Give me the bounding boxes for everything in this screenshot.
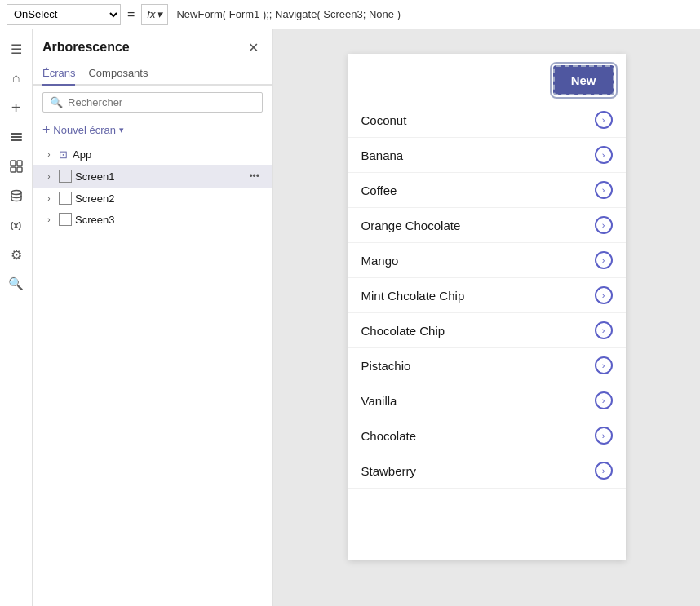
screen-icon [59, 213, 72, 226]
equals-sign: = [126, 7, 136, 22]
list-item-label: Pistachio [361, 359, 411, 373]
new-screen-label: Nouvel écran [53, 124, 116, 136]
list-item-label: Chocolate Chip [361, 324, 445, 338]
svg-rect-5 [11, 167, 16, 172]
svg-rect-2 [11, 139, 22, 141]
navigate-arrow-icon: › [595, 321, 613, 339]
list-item[interactable]: Mint Chcolate Chip› [348, 278, 626, 313]
list-item[interactable]: Coconut› [348, 103, 626, 138]
fx-button[interactable]: fx ▾ [141, 4, 168, 25]
data-icon[interactable] [3, 183, 29, 209]
chevron-right-icon: › [42, 192, 55, 205]
screen-icon [59, 170, 72, 183]
svg-rect-4 [17, 161, 22, 166]
tree-items: › ⊡ App › Screen1 ••• › Screen2 ••• › [33, 144, 272, 606]
tree-item-screen2[interactable]: › Screen2 ••• [33, 188, 272, 209]
new-screen-button[interactable]: + Nouvel écran ▾ [33, 119, 272, 144]
tree-search: 🔍 [33, 86, 272, 119]
navigate-arrow-icon: › [595, 427, 613, 445]
svg-rect-6 [17, 167, 22, 172]
screen-icon [59, 192, 72, 205]
navigate-arrow-icon: › [595, 356, 613, 374]
screen3-label: Screen3 [75, 214, 263, 226]
tree-title: Arborescence [42, 40, 130, 55]
list-item-label: Stawberry [361, 464, 417, 478]
tree-item-screen1[interactable]: › Screen1 ••• [33, 165, 272, 188]
search-box: 🔍 [42, 92, 263, 113]
navigate-arrow-icon: › [595, 286, 613, 304]
tree-header: Arborescence ✕ [33, 29, 272, 62]
navigate-arrow-icon: › [595, 391, 613, 409]
svg-rect-0 [11, 133, 22, 135]
property-selector[interactable]: OnSelect [7, 4, 121, 25]
app-icon: ⊡ [59, 148, 68, 161]
navigate-arrow-icon: › [595, 216, 613, 234]
search-input[interactable] [68, 96, 255, 108]
menu-icon[interactable]: ☰ [3, 36, 29, 62]
list-item[interactable]: Orange Chocolate› [348, 208, 626, 243]
screen1-label: Screen1 [75, 170, 242, 183]
list-item-label: Coffee [361, 184, 397, 197]
tree-item-app[interactable]: › ⊡ App [33, 144, 272, 165]
chevron-right-icon: › [42, 170, 55, 183]
chevron-down-icon: ▾ [157, 8, 162, 20]
list-item-label: Mango [361, 254, 399, 268]
tree-panel: Arborescence ✕ Écrans Composants 🔍 + Nou… [33, 29, 273, 606]
svg-point-7 [11, 191, 21, 195]
new-button[interactable]: New [553, 65, 614, 95]
tree-item-screen3[interactable]: › Screen3 ••• [33, 209, 272, 230]
navigate-arrow-icon: › [595, 146, 613, 164]
settings-icon[interactable]: ⚙ [3, 241, 29, 268]
chevron-right-icon: › [42, 213, 55, 226]
navigate-arrow-icon: › [595, 251, 613, 269]
insert-icon[interactable] [3, 153, 29, 179]
fx-label: fx [147, 8, 155, 20]
tab-ecrans[interactable]: Écrans [42, 62, 75, 86]
chevron-down-icon: ▾ [119, 125, 124, 135]
list-container: Coconut›Banana›Coffee›Orange Chocolate›M… [348, 54, 626, 505]
list-item-label: Mint Chcolate Chip [361, 289, 465, 303]
tab-composants[interactable]: Composants [88, 62, 148, 86]
svg-rect-1 [11, 136, 22, 138]
home-icon[interactable]: ⌂ [3, 65, 29, 91]
svg-rect-3 [11, 161, 16, 166]
formula-bar: OnSelect = fx ▾ NewForm( Form1 );; Navig… [0, 0, 700, 29]
list-item[interactable]: Banana› [348, 138, 626, 173]
tree-tabs: Écrans Composants [33, 62, 272, 86]
app-label: App [73, 148, 263, 161]
screen2-label: Screen2 [75, 192, 263, 205]
list-item[interactable]: Chocolate Chip› [348, 313, 626, 348]
formula-expression: NewForm( Form1 );; Navigate( Screen3; No… [173, 7, 693, 22]
list-item[interactable]: Chocolate› [348, 418, 626, 453]
list-item-label: Orange Chocolate [361, 219, 461, 232]
list-item-label: Banana [361, 148, 404, 162]
layers-icon[interactable] [3, 124, 29, 150]
list-item[interactable]: Pistachio› [348, 348, 626, 383]
left-toolbar: ☰ ⌂ + (x) ⚙ 🔍 [0, 29, 33, 606]
phone-frame: New Coconut›Banana›Coffee›Orange Chocola… [348, 54, 626, 560]
list-item[interactable]: Coffee› [348, 173, 626, 208]
list-item[interactable]: Vanilla› [348, 383, 626, 418]
variable-icon[interactable]: (x) [3, 212, 29, 238]
search-icon: 🔍 [50, 96, 63, 108]
navigate-arrow-icon: › [595, 462, 613, 480]
list-item[interactable]: Stawberry› [348, 453, 626, 489]
more-options-button[interactable]: ••• [246, 169, 263, 184]
tree-close-button[interactable]: ✕ [243, 38, 263, 57]
list-item-label: Coconut [361, 113, 407, 127]
chevron-right-icon: › [42, 148, 55, 161]
main-layout: ☰ ⌂ + (x) ⚙ 🔍 [0, 29, 700, 606]
list-item[interactable]: Mango› [348, 243, 626, 278]
plus-icon: + [42, 122, 50, 137]
list-item-label: Vanilla [361, 394, 397, 408]
add-icon[interactable]: + [3, 95, 29, 121]
search-icon[interactable]: 🔍 [3, 271, 29, 297]
navigate-arrow-icon: › [595, 181, 613, 199]
list-item-label: Chocolate [361, 429, 417, 443]
canvas-area: New Coconut›Banana›Coffee›Orange Chocola… [273, 29, 700, 606]
navigate-arrow-icon: › [595, 111, 613, 129]
